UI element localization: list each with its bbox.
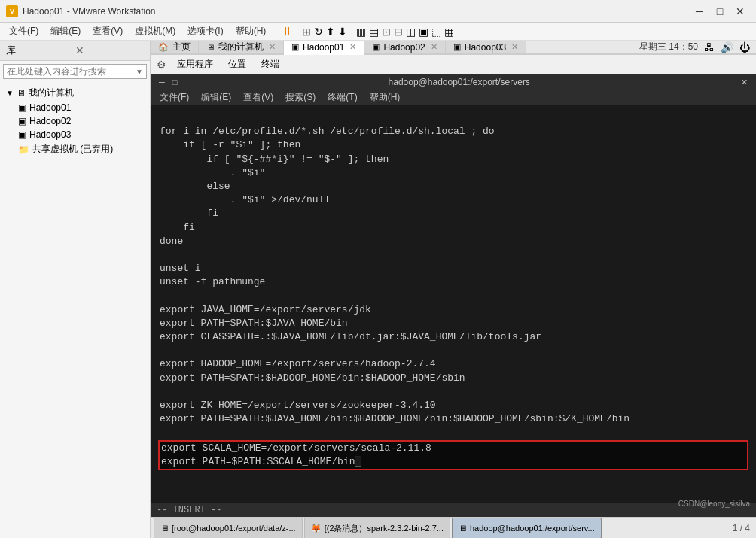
search-dropdown-icon[interactable]: ▼ <box>136 68 143 76</box>
toolbar-icon-2[interactable]: ↻ <box>314 26 323 38</box>
vm-icon: ▣ <box>18 116 26 126</box>
taskbar: 🖥 [root@hadoop01:/export/data/z-... 🦊 [(… <box>151 517 756 538</box>
sidebar-item-hadoop03[interactable]: ▣ Hadoop03 <box>0 128 150 141</box>
term-menu-terminal[interactable]: 终端(T) <box>322 90 363 105</box>
toolbar-icon-11[interactable]: ⬚ <box>431 26 441 38</box>
tab-hadoop02-label: Hadoop02 <box>383 42 425 53</box>
sidebar-close-button[interactable]: ✕ <box>75 44 145 56</box>
toolbar-icon-10[interactable]: ▣ <box>419 26 428 38</box>
toolbar-icon-7[interactable]: ⊡ <box>382 26 391 38</box>
tab-bar: 🏠 主页 🖥 我的计算机 ✕ ▣ Hadoop01 ✕ ▣ Hadoop02 ✕… <box>151 41 756 55</box>
toolbar-icon-9[interactable]: ◫ <box>406 26 416 38</box>
task-icon-hadoop: 🖥 <box>459 524 467 533</box>
tab-hadoop01[interactable]: ▣ Hadoop01 ✕ <box>284 41 364 55</box>
tree-root-label: 我的计算机 <box>29 87 74 99</box>
tab-hadoop02[interactable]: ▣ Hadoop02 ✕ <box>364 41 445 53</box>
menu-help[interactable]: 帮助(H) <box>230 23 273 39</box>
terminal-title-bar: ─ □ hadoop@hadoop01:/export/servers ✕ <box>151 74 756 90</box>
computer-icon: 🖥 <box>17 88 26 99</box>
window-title: Hadoop01 - VMware Workstation <box>23 6 690 17</box>
menu-vm[interactable]: 虚拟机(M) <box>129 23 181 39</box>
term-menu-search[interactable]: 搜索(S) <box>279 90 322 105</box>
toolbar-icon-1[interactable]: ⊞ <box>302 26 311 38</box>
menu-bar: 文件(F) 编辑(E) 查看(V) 虚拟机(M) 选项卡(I) 帮助(H) ⏸ … <box>0 23 756 41</box>
tab-mypc[interactable]: 🖥 我的计算机 ✕ <box>199 41 284 53</box>
taskbar-item-root[interactable]: 🖥 [root@hadoop01:/export/data/z-... <box>154 518 303 538</box>
vm-tb-terminal[interactable]: 终端 <box>257 56 284 72</box>
tab-home[interactable]: 🏠 主页 <box>151 41 199 53</box>
task-label-root: [root@hadoop01:/export/data/z-... <box>172 524 296 533</box>
toolbar-icon-3[interactable]: ⬆ <box>326 26 335 38</box>
vm-tree: ▼ 🖥 我的计算机 ▣ Hadoop01 ▣ Hadoop02 ▣ Hadoop… <box>0 82 150 538</box>
network-icon: 🖧 <box>704 41 715 53</box>
pause-button[interactable]: ⏸ <box>281 25 293 38</box>
maximize-button[interactable]: □ <box>710 4 730 19</box>
mypc-icon: 🖥 <box>206 43 215 52</box>
menu-edit[interactable]: 编辑(E) <box>44 23 87 39</box>
search-input[interactable] <box>7 66 136 77</box>
vm-tb-apps[interactable]: 应用程序 <box>172 56 218 72</box>
sidebar-search-bar[interactable]: ▼ <box>3 64 147 79</box>
close-button[interactable]: ✕ <box>730 4 750 19</box>
terminal-minimize-button[interactable]: ─ <box>157 78 167 87</box>
taskbar-item-hadoop[interactable]: 🖥 hadoop@hadoop01:/export/serv... <box>452 518 602 538</box>
tab-hadoop01-close[interactable]: ✕ <box>349 42 356 52</box>
sidebar-item-shared-vms[interactable]: 📁 共享虚拟机 (已弃用) <box>0 141 150 157</box>
toolbar-icon-4[interactable]: ⬇ <box>338 26 347 38</box>
terminal-mode-indicator: -- INSERT -- <box>157 505 221 515</box>
task-label-hadoop: hadoop@hadoop01:/export/serv... <box>470 524 595 533</box>
tab-hadoop02-close[interactable]: ✕ <box>431 42 437 52</box>
terminal-window-controls: ─ □ <box>157 78 179 87</box>
sidebar: 库 ✕ ▼ ▼ 🖥 我的计算机 ▣ Hadoop01 ▣ Hadoop02 ▣ <box>0 41 151 538</box>
hadoop03-icon: ▣ <box>453 42 461 52</box>
main-area: 库 ✕ ▼ ▼ 🖥 我的计算机 ▣ Hadoop01 ▣ Hadoop02 ▣ <box>0 41 756 538</box>
term-menu-edit[interactable]: 编辑(E) <box>195 90 237 105</box>
tab-hadoop03-close[interactable]: ✕ <box>511 42 518 52</box>
sidebar-header: 库 ✕ <box>0 41 150 61</box>
menu-view[interactable]: 查看(V) <box>87 23 129 39</box>
vm-toolbar: ⚙ 应用程序 位置 终端 <box>151 55 756 74</box>
term-menu-help[interactable]: 帮助(H) <box>364 90 407 105</box>
terminal-area: ─ □ hadoop@hadoop01:/export/servers ✕ 文件… <box>151 74 756 517</box>
tab-mypc-close[interactable]: ✕ <box>269 42 276 52</box>
cursor: █ <box>355 456 361 467</box>
terminal-menu-bar: 文件(F) 编辑(E) 查看(V) 搜索(S) 终端(T) 帮助(H) <box>151 90 756 105</box>
toolbar-icon-8[interactable]: ⊟ <box>394 26 403 38</box>
hadoop02-icon: ▣ <box>372 42 380 52</box>
toolbar-icon-12[interactable]: ▦ <box>444 26 454 38</box>
term-menu-file[interactable]: 文件(F) <box>154 90 195 105</box>
taskbar-item-browser[interactable]: 🦊 [(2条消息）spark-2.3.2-bin-2.7... <box>304 518 450 538</box>
tab-mypc-label: 我的计算机 <box>218 41 264 53</box>
menu-file[interactable]: 文件(F) <box>3 23 44 39</box>
terminal-close-button[interactable]: ✕ <box>739 78 750 87</box>
sidebar-item-hadoop02[interactable]: ▣ Hadoop02 <box>0 114 150 128</box>
toolbar-icon-6[interactable]: ▤ <box>369 26 379 38</box>
term-highlighted-block: export SCALA_HOME=/export/servers/scala-… <box>158 440 748 470</box>
terminal-status-bar: -- INSERT -- <box>151 503 756 517</box>
tree-root-mypc[interactable]: ▼ 🖥 我的计算机 <box>0 85 150 101</box>
toolbar-icon-5[interactable]: ▥ <box>356 26 366 38</box>
terminal-maximize-button[interactable]: □ <box>170 78 180 87</box>
sidebar-item-hadoop01[interactable]: ▣ Hadoop01 <box>0 101 150 114</box>
sidebar-title: 库 <box>6 44 75 57</box>
tree-item-label: Hadoop01 <box>29 102 71 113</box>
tab-hadoop03[interactable]: ▣ Hadoop03 ✕ <box>446 41 526 53</box>
term-line-1: for i in /etc/profile.d/*.sh /etc/profil… <box>160 126 629 424</box>
terminal-body[interactable]: for i in /etc/profile.d/*.sh /etc/profil… <box>151 105 756 503</box>
volume-icon: 🔊 <box>721 41 733 53</box>
vm-icon: ▣ <box>18 102 26 113</box>
term-menu-view[interactable]: 查看(V) <box>237 90 279 105</box>
watermark: CSDN@leony_sisilva <box>678 500 750 508</box>
expand-icon: ▼ <box>6 89 14 97</box>
vm-tb-location[interactable]: 位置 <box>224 56 251 72</box>
minimize-button[interactable]: ─ <box>690 4 709 19</box>
task-icon-browser: 🦊 <box>311 524 322 533</box>
tab-home-label: 主页 <box>172 41 191 53</box>
tab-hadoop03-label: Hadoop03 <box>465 42 506 53</box>
vm-icon: ▣ <box>18 129 26 140</box>
tree-item-label: Hadoop02 <box>29 116 71 126</box>
task-icon-terminal: 🖥 <box>160 524 169 533</box>
tree-item-label: 共享虚拟机 (已弃用) <box>32 143 113 156</box>
menu-tabs[interactable]: 选项卡(I) <box>181 23 229 39</box>
vmtools-icon: ⚙ <box>157 59 166 71</box>
